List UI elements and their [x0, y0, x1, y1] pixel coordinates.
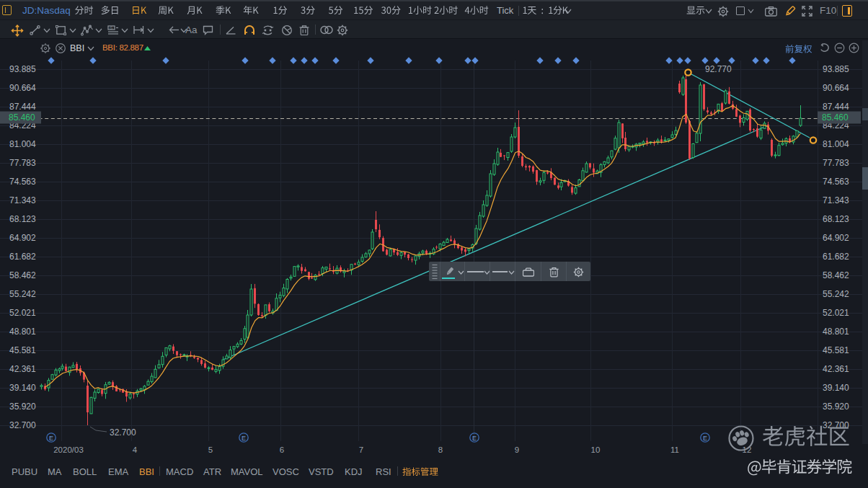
svg-text:93.885: 93.885 — [823, 64, 849, 74]
svg-text:81.004: 81.004 — [9, 139, 36, 149]
svg-text:32.700: 32.700 — [110, 427, 136, 438]
svg-text:71.343: 71.343 — [823, 195, 849, 205]
svg-text:68.123: 68.123 — [823, 214, 849, 224]
svg-text:71.343: 71.343 — [9, 195, 36, 205]
svg-text:2020/03: 2020/03 — [53, 445, 84, 454]
svg-text:8: 8 — [438, 445, 443, 454]
svg-text:90.664: 90.664 — [823, 83, 849, 93]
svg-text:77.783: 77.783 — [9, 158, 36, 168]
svg-text:85.460: 85.460 — [9, 112, 35, 123]
svg-text:39.140: 39.140 — [823, 383, 849, 393]
svg-text:74.563: 74.563 — [9, 177, 36, 187]
svg-text:E: E — [49, 435, 53, 442]
svg-text:6: 6 — [280, 445, 284, 454]
svg-text:45.581: 45.581 — [9, 345, 36, 355]
svg-text:9: 9 — [515, 445, 519, 454]
svg-text:81.004: 81.004 — [823, 139, 849, 149]
svg-text:64.902: 64.902 — [823, 233, 849, 243]
svg-text:90.664: 90.664 — [9, 83, 36, 93]
svg-text:93.885: 93.885 — [9, 64, 36, 74]
svg-text:G: G — [110, 26, 112, 30]
svg-text:45.581: 45.581 — [823, 345, 849, 355]
svg-text:10: 10 — [591, 445, 601, 454]
svg-text:4: 4 — [133, 445, 138, 454]
svg-text:74.563: 74.563 — [823, 177, 849, 187]
svg-text:61.682: 61.682 — [9, 252, 36, 262]
svg-text:5: 5 — [208, 445, 213, 454]
svg-text:39.140: 39.140 — [9, 383, 36, 393]
svg-text:58.462: 58.462 — [823, 270, 849, 280]
svg-text:64.902: 64.902 — [9, 233, 36, 243]
svg-text:85.460: 85.460 — [822, 112, 849, 123]
svg-text:E: E — [242, 435, 246, 442]
svg-text:52.021: 52.021 — [823, 308, 849, 318]
svg-text:48.801: 48.801 — [9, 327, 36, 337]
svg-text:77.783: 77.783 — [823, 158, 849, 168]
svg-text:52.021: 52.021 — [9, 308, 36, 318]
svg-text:32.700: 32.700 — [9, 420, 36, 430]
svg-text:48.801: 48.801 — [823, 327, 849, 337]
svg-text:32.700: 32.700 — [823, 420, 849, 430]
svg-text:E: E — [472, 435, 477, 442]
svg-text:68.123: 68.123 — [9, 214, 36, 224]
svg-text:11: 11 — [670, 445, 679, 454]
svg-text:61.682: 61.682 — [823, 252, 849, 262]
svg-text:35.920: 35.920 — [9, 402, 36, 412]
svg-text:92.770: 92.770 — [705, 64, 732, 74]
svg-text:87.444: 87.444 — [823, 102, 849, 112]
svg-text:7: 7 — [359, 445, 363, 454]
svg-text:55.242: 55.242 — [823, 289, 849, 299]
svg-text:42.361: 42.361 — [823, 364, 849, 374]
svg-text:42.361: 42.361 — [9, 364, 36, 374]
svg-text:87.444: 87.444 — [9, 102, 36, 112]
svg-text:E: E — [703, 435, 707, 442]
svg-text:58.462: 58.462 — [9, 270, 36, 280]
svg-text:35.920: 35.920 — [823, 402, 849, 412]
svg-text:55.242: 55.242 — [9, 289, 36, 299]
